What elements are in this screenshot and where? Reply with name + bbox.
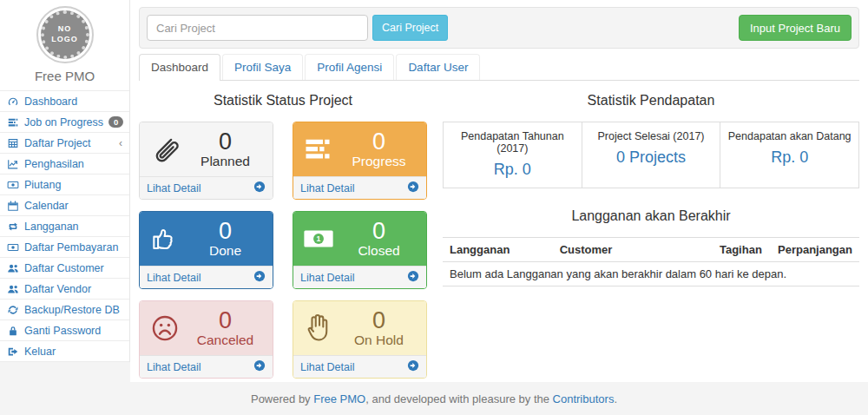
tab-bar: Dashboard Profil Saya Profil Agensi Daft… <box>139 54 859 81</box>
arrow-circle-right-icon <box>253 270 266 285</box>
column-header-perpanjangan: Perpanjangan <box>771 238 859 262</box>
sidebar-item-label: Job on Progress <box>24 116 103 128</box>
card-count: 0 <box>185 308 266 333</box>
sidebar-menu: Dashboard Job on Progress 0 Daftar Proje… <box>0 90 129 362</box>
card-planned: 0 Planned Lihat Detail <box>139 122 273 200</box>
new-project-button[interactable]: Input Project Baru <box>739 15 852 41</box>
detail-link-label: Lihat Detail <box>147 272 201 284</box>
arrow-circle-right-icon <box>407 181 419 195</box>
card-closed-body: 1 0 Closed <box>293 212 426 266</box>
users-icon <box>7 283 19 295</box>
arrow-circle-right-icon <box>253 181 266 195</box>
sidebar-item-penghasilan[interactable]: Penghasilan <box>0 154 129 175</box>
income-stats-table: Pendapatan Tahunan (2017) Rp. 0 Project … <box>443 122 859 188</box>
dashboard-icon <box>7 96 19 108</box>
sidebar-item-label: Piutang <box>24 179 61 191</box>
card-label: On Hold <box>339 333 419 348</box>
dashboard-content: Statistik Status Project 0 Planned Lihat… <box>139 81 859 379</box>
column-header-langganan: Langganan <box>443 238 553 262</box>
brand-name: Free PMO <box>0 69 129 83</box>
arrow-circle-right-icon <box>407 359 419 374</box>
sidebar-item-ganti-password[interactable]: Ganti Password <box>0 320 129 341</box>
tab-profil-agensi[interactable]: Profil Agensi <box>305 54 394 80</box>
closed-detail-link[interactable]: Lihat Detail <box>293 266 426 288</box>
search-input[interactable] <box>147 15 368 41</box>
sidebar-item-calendar[interactable]: Calendar <box>0 195 129 216</box>
sidebar-item-label: Daftar Pembayaran <box>24 241 118 254</box>
detail-link-label: Lihat Detail <box>300 182 355 194</box>
sidebar-item-label: Dashboard <box>24 96 77 108</box>
line-chart-icon <box>7 158 19 170</box>
card-label: Done <box>185 243 266 259</box>
sidebar-item-daftar-pembayaran[interactable]: Daftar Pembayaran <box>0 237 129 258</box>
card-on-hold-body: 0 On Hold <box>293 301 426 355</box>
sidebar-item-daftar-vendor[interactable]: Daftar Vendor <box>0 279 129 300</box>
income-section-title: Statistik Pendapatan <box>443 93 859 109</box>
sidebar-item-label: Daftar Project <box>24 137 90 149</box>
tasks-icon <box>302 134 339 165</box>
stat-value: Rp. 0 <box>447 161 578 179</box>
stat-project-selesai: Project Selesai (2017) 0 Projects <box>582 122 720 188</box>
card-progress: 0 Progress Lihat Detail <box>293 122 427 200</box>
card-count: 0 <box>339 129 419 154</box>
tab-dashboard[interactable]: Dashboard <box>139 54 220 81</box>
sidebar-item-keluar[interactable]: Keluar <box>0 341 129 362</box>
tab-profil-saya[interactable]: Profil Saya <box>222 54 303 80</box>
sidebar-item-job-on-progress[interactable]: Job on Progress 0 <box>0 112 129 133</box>
search-button[interactable]: Cari Project <box>372 15 448 41</box>
done-detail-link[interactable]: Lihat Detail <box>140 266 273 288</box>
subscription-table: Langganan Customer Tagihan Perpanjangan … <box>443 237 859 287</box>
no-logo-badge: NO LOGO <box>36 6 94 63</box>
stat-label: Pendapatan akan Datang <box>724 130 855 142</box>
sidebar-item-langganan[interactable]: Langganan <box>0 216 129 237</box>
thumbs-up-icon <box>148 222 185 255</box>
empty-subscription-message: Belum ada Langganan yang akan berakhir d… <box>443 262 859 287</box>
arrow-circle-right-icon <box>253 359 266 374</box>
contributors-link[interactable]: Contributors <box>553 392 615 405</box>
stat-pendapatan-tahunan: Pendapatan Tahunan (2017) Rp. 0 <box>444 122 582 188</box>
footer-text: . <box>614 392 617 405</box>
retweet-icon <box>7 221 19 233</box>
card-label: Progress <box>339 154 419 169</box>
stat-value: Rp. 0 <box>724 148 855 167</box>
arrow-circle-right-icon <box>407 270 419 285</box>
stat-value: 0 Projects <box>586 148 717 167</box>
table-icon <box>7 137 19 149</box>
card-done: 0 Done Lihat Detail <box>139 211 273 289</box>
card-progress-body: 0 Progress <box>293 122 426 176</box>
detail-link-label: Lihat Detail <box>300 361 355 373</box>
sidebar-item-daftar-project[interactable]: Daftar Project ‹ <box>0 133 129 154</box>
planned-detail-link[interactable]: Lihat Detail <box>140 176 273 199</box>
card-count: 0 <box>339 308 419 333</box>
sidebar-item-piutang[interactable]: Piutang <box>0 175 129 195</box>
canceled-detail-link[interactable]: Lihat Detail <box>140 355 273 378</box>
card-count: 0 <box>339 219 419 243</box>
sidebar-item-label: Daftar Customer <box>24 262 104 274</box>
income-section: Statistik Pendapatan Pendapatan Tahunan … <box>443 81 859 379</box>
free-pmo-link[interactable]: Free PMO <box>313 392 365 405</box>
tasks-icon <box>7 116 19 128</box>
svg-text:1: 1 <box>317 234 321 243</box>
status-cards: 0 Planned Lihat Detail <box>139 122 427 379</box>
users-icon <box>7 262 19 274</box>
card-planned-body: 0 Planned <box>140 122 273 176</box>
card-count: 0 <box>185 129 266 154</box>
sidebar-item-daftar-customer[interactable]: Daftar Customer <box>0 258 129 279</box>
hand-stop-icon <box>302 312 339 345</box>
on-hold-detail-link[interactable]: Lihat Detail <box>293 355 426 378</box>
progress-detail-link[interactable]: Lihat Detail <box>293 176 426 199</box>
refresh-icon <box>7 304 19 316</box>
job-count-badge: 0 <box>108 116 123 128</box>
sidebar-item-backup-restore-db[interactable]: Backup/Restore DB <box>0 300 129 320</box>
tab-daftar-user[interactable]: Daftar User <box>396 54 480 80</box>
footer-text: , and developed with pleasure by the <box>365 392 552 405</box>
logo-area: NO LOGO Free PMO <box>0 0 129 90</box>
sidebar-item-label: Ganti Password <box>24 325 101 337</box>
card-on-hold: 0 On Hold Lihat Detail <box>293 300 427 379</box>
logo-text-line1: NO <box>58 24 72 35</box>
column-header-tagihan: Tagihan <box>713 238 771 262</box>
logo-text-line2: LOGO <box>51 35 78 45</box>
sidebar-item-dashboard[interactable]: Dashboard <box>0 91 129 112</box>
page-footer: Powered by Free PMO, and developed with … <box>0 382 868 415</box>
stat-label: Pendapatan Tahunan (2017) <box>447 130 578 155</box>
